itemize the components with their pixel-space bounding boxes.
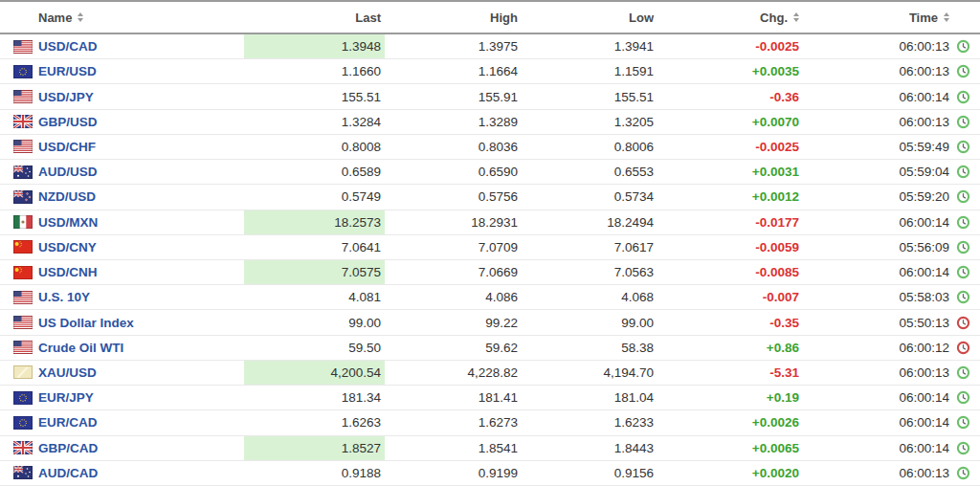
table-row: NZD/USD 0.5749 0.5756 0.5734 +0.0012 05:…	[0, 185, 980, 210]
low-value: 18.2494	[522, 210, 657, 234]
flag-cell	[0, 90, 38, 103]
name-cell: XAU/USD	[38, 365, 244, 380]
instrument-link[interactable]: US Dollar Index	[38, 316, 134, 330]
time-cell: 05:58:03	[803, 290, 980, 304]
instrument-link[interactable]: AUD/USD	[38, 165, 98, 179]
time-value: 06:00:13	[899, 39, 949, 54]
change-value: +0.86	[657, 336, 803, 360]
time-value: 06:00:14	[899, 90, 949, 104]
instrument-link[interactable]: U.S. 10Y	[38, 290, 90, 304]
instrument-link[interactable]: USD/CHF	[38, 140, 96, 154]
name-cell: US Dollar Index	[38, 316, 244, 330]
high-value: 18.2931	[385, 210, 522, 234]
low-value: 1.6233	[522, 410, 657, 434]
low-value: 7.0563	[522, 260, 657, 284]
change-value: +0.19	[657, 386, 803, 409]
change-value: +0.0012	[657, 185, 803, 209]
instrument-link[interactable]: Crude Oil WTI	[38, 341, 123, 355]
column-header-last-label: Last	[355, 11, 381, 25]
change-value: -5.31	[657, 361, 803, 385]
low-value: 1.8443	[522, 436, 657, 460]
last-value: 0.6589	[244, 160, 385, 184]
table-header: Name Last High Low Chg. Time	[0, 2, 980, 34]
name-cell: AUD/CAD	[38, 466, 244, 480]
instrument-link[interactable]: USD/CNH	[38, 265, 98, 279]
change-value: -0.35	[657, 310, 803, 334]
column-header-time-label: Time	[909, 11, 938, 25]
us-flag-icon	[13, 90, 33, 103]
eu-flag-icon	[13, 416, 33, 430]
low-value: 58.38	[522, 336, 657, 360]
eu-flag-icon	[13, 391, 33, 405]
last-value: 0.8008	[244, 135, 385, 159]
column-header-time[interactable]: Time	[803, 11, 980, 25]
last-value: 18.2573	[244, 210, 385, 234]
column-header-low: Low	[522, 11, 657, 25]
name-cell: USD/CNY	[38, 240, 244, 254]
flag-cell	[0, 240, 38, 254]
time-value: 05:58:03	[899, 290, 949, 304]
table-row: USD/CAD 1.3948 1.3975 1.3941 -0.0025 06:…	[0, 34, 980, 59]
clock-green-icon	[956, 265, 970, 279]
instrument-link[interactable]: EUR/CAD	[38, 415, 98, 430]
au-flag-icon	[13, 466, 33, 479]
eu-flag-icon	[13, 65, 33, 78]
low-value: 1.1591	[522, 59, 657, 83]
clock-green-icon	[956, 39, 970, 54]
au-flag-icon	[13, 166, 33, 179]
table-row: GBP/CAD 1.8527 1.8541 1.8443 +0.0065 06:…	[0, 436, 980, 461]
instrument-link[interactable]: NZD/USD	[38, 189, 96, 204]
table-row: U.S. 10Y 4.081 4.086 4.068 -0.007 05:58:…	[0, 285, 980, 310]
low-value: 4,194.70	[522, 361, 657, 385]
sort-arrows-icon[interactable]	[793, 12, 799, 22]
name-cell: Crude Oil WTI	[38, 341, 244, 355]
name-cell: GBP/USD	[38, 115, 244, 129]
high-value: 0.9199	[385, 461, 522, 485]
last-value: 181.34	[244, 386, 385, 409]
instrument-link[interactable]: AUD/CAD	[38, 466, 98, 480]
clock-green-icon	[956, 140, 970, 154]
uk-flag-icon	[13, 115, 33, 128]
time-cell: 06:00:13	[803, 365, 980, 380]
uk-flag-icon	[13, 441, 33, 454]
high-value: 1.8541	[385, 436, 522, 460]
flag-cell	[0, 266, 38, 279]
time-cell: 05:56:09	[803, 240, 980, 254]
time-value: 05:59:04	[899, 165, 949, 179]
table-row: AUD/CAD 0.9188 0.9199 0.9156 +0.0020 06:…	[0, 461, 980, 486]
time-cell: 05:50:13	[803, 316, 980, 330]
time-cell: 05:59:04	[803, 165, 980, 179]
time-cell: 05:59:49	[803, 140, 980, 154]
time-value: 06:00:13	[899, 466, 949, 480]
instrument-link[interactable]: EUR/JPY	[38, 390, 94, 405]
low-value: 7.0617	[522, 235, 657, 259]
column-header-chg-label: Chg.	[760, 11, 788, 25]
instrument-link[interactable]: USD/JPY	[38, 90, 94, 104]
high-value: 1.1664	[385, 59, 522, 83]
instrument-link[interactable]: USD/CNY	[38, 240, 97, 254]
change-value: -0.0059	[657, 235, 803, 259]
change-value: +0.0026	[657, 410, 803, 434]
time-value: 06:00:14	[899, 390, 949, 405]
sort-arrows-icon[interactable]	[944, 12, 949, 22]
high-value: 59.62	[385, 336, 522, 360]
column-header-low-label: Low	[629, 11, 654, 25]
instrument-link[interactable]: GBP/USD	[38, 115, 98, 129]
time-cell: 06:00:14	[803, 390, 980, 405]
flag-cell	[0, 40, 38, 54]
clock-red-icon	[956, 341, 970, 355]
high-value: 7.0709	[385, 235, 522, 259]
last-value: 1.1660	[244, 59, 385, 83]
instrument-link[interactable]: XAU/USD	[38, 365, 97, 380]
instrument-link[interactable]: EUR/USD	[38, 64, 97, 78]
instrument-link[interactable]: USD/CAD	[38, 39, 98, 54]
time-cell: 06:00:14	[803, 265, 980, 279]
clock-green-icon	[956, 415, 970, 430]
last-value: 155.51	[244, 84, 385, 108]
sort-arrows-icon[interactable]	[78, 12, 83, 22]
instrument-link[interactable]: GBP/CAD	[38, 441, 98, 455]
instrument-link[interactable]: USD/MXN	[38, 215, 98, 230]
column-header-chg[interactable]: Chg.	[657, 11, 803, 25]
change-value: +0.0070	[657, 110, 803, 134]
column-header-name[interactable]: Name	[38, 11, 244, 25]
